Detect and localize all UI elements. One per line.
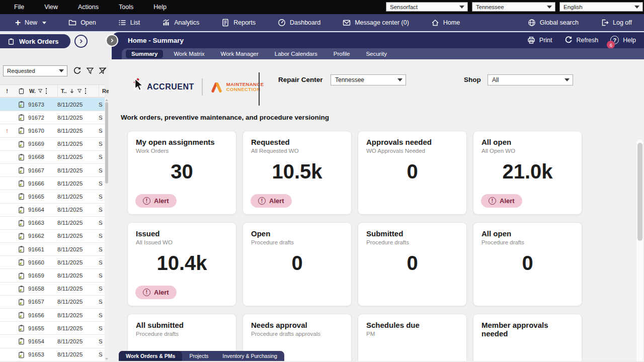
work-order-row[interactable]: ↑ 91663 8/11/2025 S: [0, 217, 105, 230]
language-select[interactable]: English: [559, 2, 643, 12]
metric-card[interactable]: Schedules due PM ! Alert: [358, 314, 467, 361]
metric-card[interactable]: Member approvals needed ! Alert: [473, 314, 582, 361]
work-order-row[interactable]: ↑ 91661 8/11/2025 S: [0, 243, 105, 256]
metric-card[interactable]: Submitted Procedure drafts 0 ! Alert: [358, 222, 467, 306]
priority-column-header[interactable]: !: [0, 85, 14, 97]
work-order-row[interactable]: ↑ 91664 8/11/2025 S: [0, 204, 105, 217]
work-order-row[interactable]: ↑ 91655 8/11/2025 S: [0, 322, 105, 335]
menu-actions[interactable]: Actions: [78, 4, 99, 11]
tab-label: Summary: [131, 51, 157, 57]
filter-icon[interactable]: [86, 67, 94, 75]
wo-column-header[interactable]: W.: [28, 85, 57, 97]
menu-file[interactable]: File: [14, 4, 24, 11]
main-scrollbar[interactable]: [636, 140, 643, 361]
company-select[interactable]: Sensorfact: [386, 2, 468, 12]
tab[interactable]: Security: [360, 50, 392, 58]
work-order-row[interactable]: ↑ 91660 8/11/2025 S: [0, 256, 105, 269]
tab[interactable]: Work Manager: [215, 50, 264, 58]
main-panel: Home - Summary Print Refresh ? 6 Help Su…: [109, 32, 644, 361]
log-off-button[interactable]: Log off: [601, 19, 632, 27]
type-icon-column-header[interactable]: [14, 85, 28, 97]
work-order-icon: [14, 166, 28, 174]
work-order-row[interactable]: ↑ 91665 8/11/2025 S: [0, 190, 105, 203]
metric-card[interactable]: Approvals needed WO Approvals Needed 0 !…: [358, 131, 467, 215]
bottom-tab[interactable]: Work Orders & PMs: [119, 351, 182, 361]
global-search-button[interactable]: Global search: [528, 19, 579, 27]
bottom-tab[interactable]: Projects: [182, 351, 215, 361]
metric-card[interactable]: Requested All Requested WO 10.5k ! Alert: [243, 131, 352, 215]
work-orders-panel-button[interactable]: Work Orders: [0, 34, 70, 48]
alert-badge[interactable]: ! Alert: [251, 194, 292, 208]
chevron-down-icon: [397, 78, 403, 81]
work-order-row[interactable]: ↑ 91673 8/11/2025 S: [0, 98, 105, 111]
work-order-id: 91655: [28, 325, 57, 331]
work-order-row[interactable]: ↑ 91656 8/11/2025 S: [0, 309, 105, 322]
sidebar-collapse-button[interactable]: [106, 34, 118, 47]
column-menu-icon[interactable]: [85, 88, 87, 94]
menu-view[interactable]: View: [44, 4, 58, 11]
metric-card[interactable]: All open All Open WO 21.0k ! Alert: [473, 131, 582, 215]
reports-button[interactable]: Reports: [221, 19, 256, 27]
target-date-column-header[interactable]: T..: [57, 85, 99, 97]
alert-label: Alert: [154, 197, 169, 205]
tab[interactable]: Work Matrix: [168, 50, 210, 58]
work-order-row[interactable]: ↑ 91670 8/11/2025 S: [0, 124, 105, 137]
alert-badge[interactable]: ! Alert: [481, 194, 522, 208]
alert-badge[interactable]: ! Alert: [135, 194, 177, 208]
bottom-tab[interactable]: Inventory & Purchasing: [215, 351, 284, 361]
refresh-button[interactable]: Refresh: [565, 36, 599, 44]
list-button[interactable]: List: [118, 19, 140, 27]
tab[interactable]: Labor Calendars: [269, 50, 323, 58]
metric-card[interactable]: All open Procedure drafts 0 ! Alert: [473, 222, 582, 306]
work-order-row[interactable]: ↑ 91667 8/11/2025 S: [0, 164, 105, 177]
work-order-row[interactable]: ↑ 91654 8/11/2025 S: [0, 335, 105, 348]
work-order-row[interactable]: ↑ 91666 8/11/2025 S: [0, 177, 105, 190]
filter-icon: [38, 88, 43, 94]
menu-tools[interactable]: Tools: [119, 4, 133, 11]
repair-center-select[interactable]: Tennessee: [331, 74, 406, 85]
main-header: Home - Summary Print Refresh ? 6 Help Su…: [112, 32, 644, 59]
scroll-down-icon[interactable]: [105, 358, 108, 360]
work-order-row[interactable]: ↑ 91659 8/11/2025 S: [0, 269, 105, 282]
sidebar-scrollbar-thumb[interactable]: [105, 102, 108, 184]
clear-filter-icon[interactable]: [99, 67, 107, 75]
status-filter-select[interactable]: Requested: [3, 65, 67, 76]
help-button[interactable]: ? 6 Help: [610, 36, 636, 44]
main-scrollbar-thumb[interactable]: [637, 143, 642, 241]
work-order-id: 91654: [28, 338, 57, 344]
work-order-reason: S: [99, 180, 105, 187]
work-order-row[interactable]: ↑ 91672 8/11/2025 S: [0, 111, 105, 124]
dashboard-button[interactable]: Dashboard: [278, 19, 320, 27]
work-order-row[interactable]: ↑ 91657 8/11/2025 S: [0, 296, 105, 309]
scroll-up-icon[interactable]: [105, 99, 108, 101]
metric-card[interactable]: Open Procedure drafts 0 ! Alert: [243, 222, 352, 306]
work-order-row[interactable]: ↑ 91662 8/11/2025 S: [0, 230, 105, 243]
alert-icon: !: [143, 289, 150, 296]
metric-card[interactable]: My open assignments Work Orders 30 ! Ale…: [127, 131, 236, 215]
work-order-row[interactable]: ↑ 91668 8/11/2025 S: [0, 151, 105, 164]
print-button[interactable]: Print: [527, 36, 552, 44]
alert-icon: !: [489, 197, 496, 205]
tab[interactable]: Profile: [328, 50, 356, 58]
site-select[interactable]: Tennessee: [472, 2, 555, 12]
card-value: 10.5k: [243, 160, 351, 183]
panel-expand-button[interactable]: [74, 35, 88, 48]
work-order-id: 91667: [28, 167, 57, 173]
open-button[interactable]: Open: [68, 19, 96, 27]
home-button[interactable]: Home: [431, 19, 460, 27]
message-center-button[interactable]: Message center (0): [343, 19, 409, 27]
metric-card[interactable]: Issued All Issued WO 10.4k ! Alert: [127, 222, 236, 306]
work-order-row[interactable]: ↑ 91658 8/11/2025 S: [0, 283, 105, 296]
analytics-button[interactable]: Analytics: [162, 19, 199, 27]
alert-badge[interactable]: ! Alert: [135, 286, 177, 299]
menu-help[interactable]: Help: [153, 4, 167, 11]
work-order-row[interactable]: ↑ 91669 8/11/2025 S: [0, 138, 105, 151]
tab[interactable]: Summary: [126, 50, 163, 58]
sidebar-scrollbar[interactable]: [105, 98, 109, 361]
refresh-icon[interactable]: [73, 67, 82, 75]
column-menu-icon[interactable]: [46, 88, 47, 94]
work-order-row[interactable]: ↑ 91653 8/11/2025 S: [0, 348, 105, 361]
shop-select[interactable]: All: [488, 74, 573, 85]
sort-descending-icon: [69, 88, 75, 94]
new-button[interactable]: + New: [15, 19, 46, 26]
